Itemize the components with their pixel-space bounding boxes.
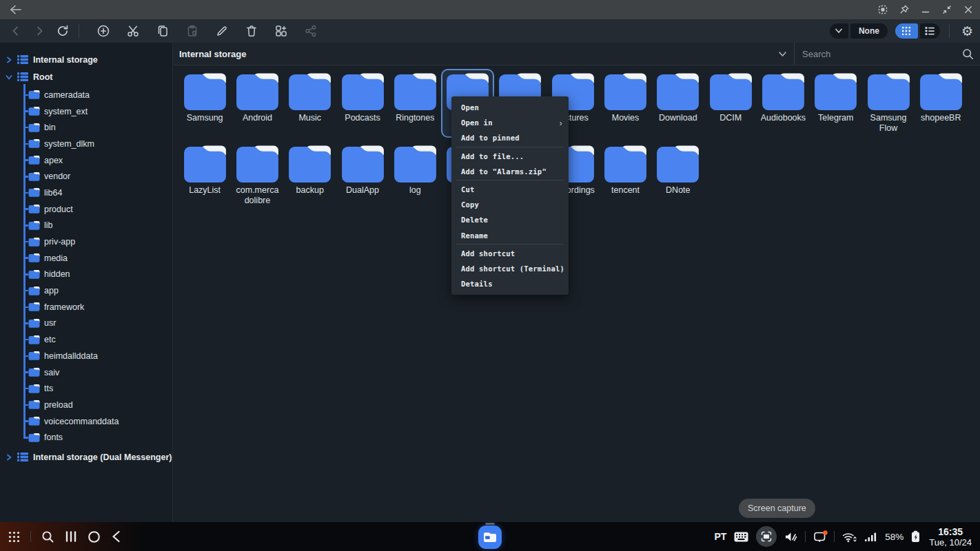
pin-icon[interactable]: [897, 2, 912, 17]
folder-tile[interactable]: Podcasts: [336, 69, 389, 138]
folder-tile[interactable]: Download: [652, 69, 704, 138]
mute-icon[interactable]: [784, 531, 797, 543]
language-indicator[interactable]: PT: [714, 531, 726, 542]
search-icon[interactable]: [962, 48, 974, 60]
sidebar-folder[interactable]: apex: [0, 152, 172, 169]
folder-tile[interactable]: shopeeBR: [915, 69, 967, 138]
folder-label: Android: [243, 113, 272, 123]
sidebar-folder[interactable]: media: [0, 250, 172, 267]
sidebar-folder-label: product: [44, 205, 73, 214]
settings-gear-icon[interactable]: ⚙: [961, 25, 973, 38]
sidebar-folder[interactable]: framework: [0, 299, 172, 315]
paste-icon[interactable]: [182, 21, 203, 41]
breadcrumb[interactable]: Internal storage: [179, 49, 778, 59]
sidebar-folder[interactable]: app: [0, 282, 172, 299]
sidebar-folder[interactable]: priv-app: [0, 233, 172, 250]
window-back-icon[interactable]: [8, 2, 23, 17]
grid-view-icon[interactable]: [895, 23, 918, 39]
keyboard-icon[interactable]: [734, 532, 748, 542]
folder-tile[interactable]: backup: [284, 141, 336, 210]
screen-capture-icon[interactable]: [756, 526, 777, 547]
sidebar-folder[interactable]: tts: [0, 380, 172, 397]
folder-tile[interactable]: LazyList: [178, 141, 231, 210]
copy-icon[interactable]: [152, 21, 173, 41]
popup-view-icon[interactable]: [875, 2, 890, 17]
taskbar-app-file-manager[interactable]: [478, 522, 502, 551]
clock[interactable]: 16:35 Tue, 10/24: [929, 526, 972, 548]
new-window-icon[interactable]: [271, 21, 292, 41]
folder-tile[interactable]: DualApp: [336, 141, 389, 210]
context-menu-item[interactable]: Delete ›: [451, 212, 569, 227]
context-menu-item[interactable]: Add to pinned ›: [451, 130, 569, 145]
context-menu-item[interactable]: Copy ›: [451, 197, 569, 212]
sidebar-folder[interactable]: lib64: [0, 185, 172, 201]
context-menu-item[interactable]: Add shortcut (Terminal) ›: [451, 261, 569, 276]
home-icon[interactable]: [88, 530, 101, 543]
folder-tile[interactable]: Samsung Flow: [862, 69, 915, 138]
folder-tile[interactable]: Android: [231, 69, 283, 138]
sidebar-folder[interactable]: vendor: [0, 168, 172, 185]
folder-tile[interactable]: log: [389, 141, 441, 210]
sidebar-item-root[interactable]: Root: [0, 68, 172, 85]
folder-tile[interactable]: tencent: [599, 141, 651, 210]
folder-tile[interactable]: Samsung: [178, 69, 231, 138]
exit-fullscreen-icon[interactable]: [939, 2, 955, 17]
minimize-icon[interactable]: [918, 2, 933, 17]
sidebar-folder[interactable]: system_ext: [0, 103, 172, 120]
breadcrumb-dropdown-icon[interactable]: [778, 51, 787, 57]
sidebar-folder[interactable]: cameradata: [0, 87, 172, 103]
folder-tile[interactable]: Movies: [599, 69, 651, 138]
context-menu-item[interactable]: Add to file... ›: [451, 149, 569, 164]
file-manager-app-icon[interactable]: [478, 526, 502, 549]
selection-dropdown[interactable]: [830, 23, 848, 39]
notifications-icon[interactable]: [813, 530, 826, 543]
sort-none-button[interactable]: None: [850, 23, 888, 39]
nav-forward-icon[interactable]: [29, 21, 50, 41]
list-view-icon[interactable]: [920, 23, 940, 39]
folder-tile[interactable]: Audiobooks: [757, 69, 809, 138]
context-menu-item[interactable]: Rename ›: [451, 228, 569, 243]
sidebar-folder[interactable]: heimdallddata: [0, 348, 172, 364]
folder-tile[interactable]: Ringtones: [389, 69, 441, 138]
cut-icon[interactable]: [123, 21, 143, 41]
share-icon[interactable]: [300, 21, 321, 41]
folder-tile[interactable]: com.mercadolibre: [231, 141, 283, 210]
context-menu-item[interactable]: Open in ›: [451, 115, 569, 130]
sidebar-folder[interactable]: etc: [0, 331, 172, 348]
sidebar-folder[interactable]: lib: [0, 218, 172, 234]
delete-icon[interactable]: [241, 21, 262, 41]
close-icon[interactable]: [961, 2, 976, 17]
taskbar-search-icon[interactable]: [41, 530, 54, 543]
sidebar-folder[interactable]: fonts: [0, 429, 172, 446]
folder-tile[interactable]: DNote: [652, 141, 704, 210]
context-menu-item[interactable]: Open ›: [451, 100, 569, 115]
rename-icon[interactable]: [212, 21, 232, 41]
battery-icon[interactable]: [911, 530, 920, 543]
sidebar-folder[interactable]: product: [0, 201, 172, 218]
sidebar-item-internal-storage[interactable]: Internal storage: [0, 51, 172, 68]
context-menu-item[interactable]: Add to "Alarms.zip" ›: [451, 164, 569, 179]
wifi-icon[interactable]: [842, 531, 857, 543]
sidebar-folder[interactable]: voicecommanddata: [0, 413, 172, 430]
back-icon[interactable]: [111, 530, 121, 543]
sidebar-folder[interactable]: system_dlkm: [0, 136, 172, 152]
context-menu-item[interactable]: Add shortcut ›: [451, 246, 569, 261]
sidebar-folder[interactable]: hidden: [0, 267, 172, 283]
context-menu-item[interactable]: Details ›: [451, 276, 569, 291]
search-input[interactable]: [795, 49, 962, 59]
sidebar-folder[interactable]: usr: [0, 315, 172, 332]
sidebar-folder[interactable]: saiv: [0, 364, 172, 381]
recents-icon[interactable]: [65, 530, 77, 543]
sidebar-item-dual-messenger[interactable]: Internal storage (Dual Messenger): [0, 448, 172, 466]
create-new-icon[interactable]: [93, 21, 114, 41]
apps-grid-icon[interactable]: [8, 531, 20, 543]
sidebar-folder[interactable]: bin: [0, 119, 172, 136]
context-menu-item[interactable]: Cut ›: [451, 182, 569, 197]
refresh-icon[interactable]: [52, 21, 73, 41]
nav-back-icon[interactable]: [6, 21, 26, 41]
sidebar-folder[interactable]: preload: [0, 397, 172, 413]
folder-tile[interactable]: Telegram: [810, 69, 862, 138]
folder-tile[interactable]: DCIM: [704, 69, 757, 138]
folder-tile[interactable]: Music: [284, 69, 336, 138]
cellular-signal-icon[interactable]: [864, 531, 877, 542]
